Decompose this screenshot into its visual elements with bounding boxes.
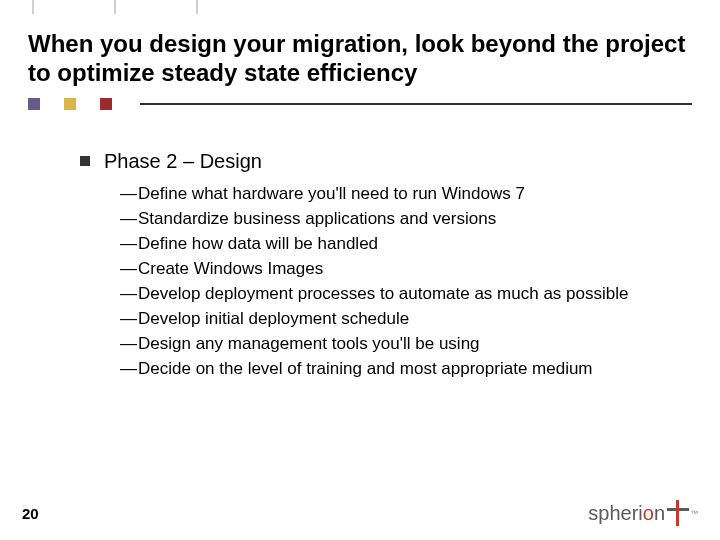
list-item: — Design any management tools you'll be … (120, 333, 680, 356)
logo-text: spherion (588, 502, 665, 525)
dash-bullet-icon: — (120, 358, 134, 381)
trademark-symbol: ™ (690, 509, 698, 518)
logo-suffix: n (654, 502, 665, 524)
list-item-text: Design any management tools you'll be us… (138, 333, 480, 356)
spherion-logo: spherion ™ (588, 500, 698, 526)
slide: When you design your migration, look bey… (0, 0, 720, 540)
list-item: — Develop initial deployment schedule (120, 308, 680, 331)
accent-square-purple (28, 98, 40, 110)
square-bullet-icon (80, 156, 90, 166)
accent-divider (28, 98, 692, 110)
dash-bullet-icon: — (120, 258, 134, 281)
dash-bullet-icon: — (120, 208, 134, 231)
list-item: — Define how data will be handled (120, 233, 680, 256)
dash-bullet-icon: — (120, 283, 134, 306)
list-item-text: Create Windows Images (138, 258, 323, 281)
accent-square-gold (64, 98, 76, 110)
horizontal-rule (140, 103, 692, 105)
slide-title: When you design your migration, look bey… (28, 30, 692, 88)
list-item-text: Define how data will be handled (138, 233, 378, 256)
dash-bullet-icon: — (120, 308, 134, 331)
logo-prefix: spheri (588, 502, 642, 524)
dash-bullet-icon: — (120, 233, 134, 256)
content-area: Phase 2 – Design — Define what hardware … (80, 150, 680, 383)
page-number: 20 (22, 505, 39, 522)
list-item-text: Decide on the level of training and most… (138, 358, 593, 381)
tick-mark (196, 0, 198, 14)
logo-accent-letter: o (643, 502, 654, 524)
dash-bullet-icon: — (120, 333, 134, 356)
logo-mark-icon (667, 500, 689, 526)
tick-mark (114, 0, 116, 14)
accent-square-red (100, 98, 112, 110)
list-item: — Decide on the level of training and mo… (120, 358, 680, 381)
list-item: — Standardize business applications and … (120, 208, 680, 231)
list-item-text: Develop initial deployment schedule (138, 308, 409, 331)
list-item: — Create Windows Images (120, 258, 680, 281)
list-item: — Develop deployment processes to automa… (120, 283, 680, 306)
top-tick-marks (0, 0, 720, 18)
list-item-text: Standardize business applications and ve… (138, 208, 496, 231)
tick-mark (32, 0, 34, 14)
list-item-text: Define what hardware you'll need to run … (138, 183, 525, 206)
phase-heading: Phase 2 – Design (104, 150, 262, 173)
list-item: — Define what hardware you'll need to ru… (120, 183, 680, 206)
bullet-list: — Define what hardware you'll need to ru… (120, 183, 680, 381)
phase-heading-row: Phase 2 – Design (80, 150, 680, 173)
dash-bullet-icon: — (120, 183, 134, 206)
list-item-text: Develop deployment processes to automate… (138, 283, 628, 306)
